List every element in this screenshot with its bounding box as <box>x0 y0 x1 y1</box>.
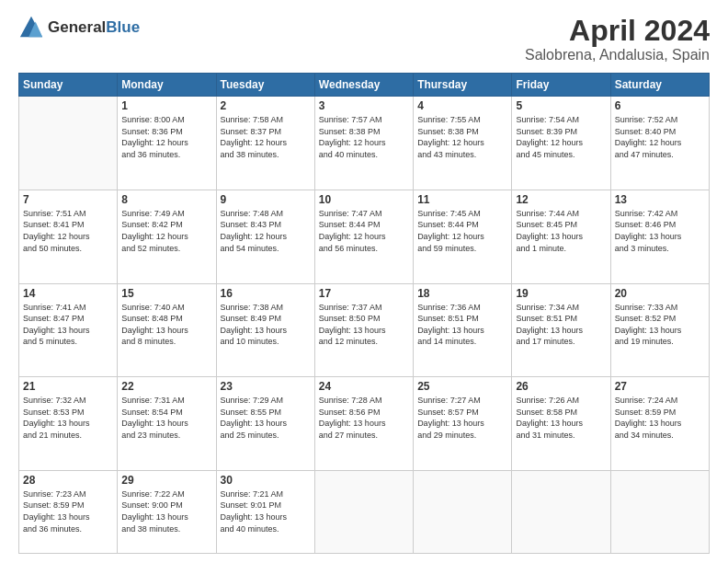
day-number: 27 <box>615 380 705 393</box>
table-row: 6Sunrise: 7:52 AMSunset: 8:40 PMDaylight… <box>610 97 709 190</box>
table-row <box>314 470 413 553</box>
logo-text: GeneralBlue <box>48 19 140 37</box>
calendar-title: April 2024 <box>525 15 710 47</box>
logo-general: General <box>48 18 106 36</box>
table-row: 26Sunrise: 7:26 AMSunset: 8:58 PMDayligh… <box>512 377 610 471</box>
day-info: Sunrise: 7:34 AMSunset: 8:51 PMDaylight:… <box>516 302 606 348</box>
day-info: Sunrise: 7:58 AMSunset: 8:37 PMDaylight:… <box>221 114 311 160</box>
day-number: 3 <box>319 99 409 112</box>
day-number: 18 <box>417 287 507 300</box>
day-number: 4 <box>417 99 507 112</box>
day-number: 1 <box>121 99 211 112</box>
table-row: 29Sunrise: 7:22 AMSunset: 9:00 PMDayligh… <box>118 470 216 553</box>
table-row: 20Sunrise: 7:33 AMSunset: 8:52 PMDayligh… <box>610 283 709 377</box>
table-row: 8Sunrise: 7:49 AMSunset: 8:42 PMDaylight… <box>118 190 216 283</box>
day-number: 11 <box>417 193 507 206</box>
day-number: 25 <box>417 380 507 393</box>
day-number: 2 <box>221 99 311 112</box>
day-number: 16 <box>221 287 311 300</box>
table-row: 12Sunrise: 7:44 AMSunset: 8:45 PMDayligh… <box>512 190 610 283</box>
table-row: 5Sunrise: 7:54 AMSunset: 8:39 PMDaylight… <box>512 97 610 190</box>
day-info: Sunrise: 7:51 AMSunset: 8:41 PMDaylight:… <box>23 208 113 254</box>
day-number: 23 <box>221 380 311 393</box>
day-info: Sunrise: 7:47 AMSunset: 8:44 PMDaylight:… <box>319 208 409 254</box>
day-number: 15 <box>121 287 211 300</box>
table-row: 25Sunrise: 7:27 AMSunset: 8:57 PMDayligh… <box>414 377 512 471</box>
day-number: 8 <box>121 193 211 206</box>
table-row <box>414 470 512 553</box>
table-row: 15Sunrise: 7:40 AMSunset: 8:48 PMDayligh… <box>118 283 216 377</box>
table-row <box>610 470 709 553</box>
table-row: 24Sunrise: 7:28 AMSunset: 8:56 PMDayligh… <box>314 377 413 471</box>
day-number: 24 <box>319 380 409 393</box>
table-row: 3Sunrise: 7:57 AMSunset: 8:38 PMDaylight… <box>314 97 413 190</box>
day-info: Sunrise: 7:32 AMSunset: 8:53 PMDaylight:… <box>23 395 113 441</box>
day-number: 13 <box>615 193 705 206</box>
logo-icon <box>18 15 44 40</box>
title-block: April 2024 Salobrena, Andalusia, Spain <box>525 15 710 63</box>
day-info: Sunrise: 7:21 AMSunset: 9:01 PMDaylight:… <box>221 488 311 534</box>
table-row: 2Sunrise: 7:58 AMSunset: 8:37 PMDaylight… <box>216 97 314 190</box>
day-number: 20 <box>615 287 705 300</box>
col-wednesday: Wednesday <box>314 74 413 97</box>
day-info: Sunrise: 7:29 AMSunset: 8:55 PMDaylight:… <box>221 395 311 441</box>
table-row: 27Sunrise: 7:24 AMSunset: 8:59 PMDayligh… <box>610 377 709 471</box>
day-info: Sunrise: 7:55 AMSunset: 8:38 PMDaylight:… <box>417 114 507 160</box>
day-number: 12 <box>516 193 606 206</box>
table-row: 19Sunrise: 7:34 AMSunset: 8:51 PMDayligh… <box>512 283 610 377</box>
day-number: 30 <box>221 474 311 487</box>
col-thursday: Thursday <box>414 74 512 97</box>
logo: GeneralBlue <box>18 15 140 40</box>
day-number: 29 <box>121 474 211 487</box>
day-number: 21 <box>23 380 113 393</box>
day-info: Sunrise: 7:54 AMSunset: 8:39 PMDaylight:… <box>516 114 606 160</box>
table-row: 1Sunrise: 8:00 AMSunset: 8:36 PMDaylight… <box>118 97 216 190</box>
day-info: Sunrise: 7:36 AMSunset: 8:51 PMDaylight:… <box>417 302 507 348</box>
table-row: 17Sunrise: 7:37 AMSunset: 8:50 PMDayligh… <box>314 283 413 377</box>
table-row: 21Sunrise: 7:32 AMSunset: 8:53 PMDayligh… <box>19 377 118 471</box>
day-info: Sunrise: 7:24 AMSunset: 8:59 PMDaylight:… <box>615 395 705 441</box>
table-row: 22Sunrise: 7:31 AMSunset: 8:54 PMDayligh… <box>118 377 216 471</box>
calendar-table: Sunday Monday Tuesday Wednesday Thursday… <box>18 73 710 554</box>
table-row: 28Sunrise: 7:23 AMSunset: 8:59 PMDayligh… <box>19 470 118 553</box>
day-info: Sunrise: 8:00 AMSunset: 8:36 PMDaylight:… <box>121 114 211 160</box>
table-row: 11Sunrise: 7:45 AMSunset: 8:44 PMDayligh… <box>414 190 512 283</box>
day-number: 9 <box>221 193 311 206</box>
day-info: Sunrise: 7:48 AMSunset: 8:43 PMDaylight:… <box>221 208 311 254</box>
day-info: Sunrise: 7:23 AMSunset: 8:59 PMDaylight:… <box>23 488 113 534</box>
day-info: Sunrise: 7:31 AMSunset: 8:54 PMDaylight:… <box>121 395 211 441</box>
day-info: Sunrise: 7:26 AMSunset: 8:58 PMDaylight:… <box>516 395 606 441</box>
day-number: 5 <box>516 99 606 112</box>
day-number: 14 <box>23 287 113 300</box>
table-row: 4Sunrise: 7:55 AMSunset: 8:38 PMDaylight… <box>414 97 512 190</box>
table-row: 30Sunrise: 7:21 AMSunset: 9:01 PMDayligh… <box>216 470 314 553</box>
day-info: Sunrise: 7:44 AMSunset: 8:45 PMDaylight:… <box>516 208 606 254</box>
day-info: Sunrise: 7:37 AMSunset: 8:50 PMDaylight:… <box>319 302 409 348</box>
calendar-subtitle: Salobrena, Andalusia, Spain <box>525 47 710 63</box>
table-row: 10Sunrise: 7:47 AMSunset: 8:44 PMDayligh… <box>314 190 413 283</box>
day-info: Sunrise: 7:27 AMSunset: 8:57 PMDaylight:… <box>417 395 507 441</box>
col-sunday: Sunday <box>19 74 118 97</box>
col-tuesday: Tuesday <box>216 74 314 97</box>
day-number: 28 <box>23 474 113 487</box>
table-row: 18Sunrise: 7:36 AMSunset: 8:51 PMDayligh… <box>414 283 512 377</box>
day-info: Sunrise: 7:38 AMSunset: 8:49 PMDaylight:… <box>221 302 311 348</box>
table-row: 14Sunrise: 7:41 AMSunset: 8:47 PMDayligh… <box>19 283 118 377</box>
table-row <box>19 97 118 190</box>
col-monday: Monday <box>118 74 216 97</box>
table-row: 13Sunrise: 7:42 AMSunset: 8:46 PMDayligh… <box>610 190 709 283</box>
day-number: 22 <box>121 380 211 393</box>
day-number: 10 <box>319 193 409 206</box>
table-row: 16Sunrise: 7:38 AMSunset: 8:49 PMDayligh… <box>216 283 314 377</box>
day-info: Sunrise: 7:57 AMSunset: 8:38 PMDaylight:… <box>319 114 409 160</box>
day-number: 6 <box>615 99 705 112</box>
day-info: Sunrise: 7:45 AMSunset: 8:44 PMDaylight:… <box>417 208 507 254</box>
logo-blue: Blue <box>106 18 140 36</box>
day-info: Sunrise: 7:22 AMSunset: 9:00 PMDaylight:… <box>121 488 211 534</box>
day-number: 7 <box>23 193 113 206</box>
calendar-header-row: Sunday Monday Tuesday Wednesday Thursday… <box>19 74 710 97</box>
day-info: Sunrise: 7:41 AMSunset: 8:47 PMDaylight:… <box>23 302 113 348</box>
col-saturday: Saturday <box>610 74 709 97</box>
table-row: 23Sunrise: 7:29 AMSunset: 8:55 PMDayligh… <box>216 377 314 471</box>
col-friday: Friday <box>512 74 610 97</box>
